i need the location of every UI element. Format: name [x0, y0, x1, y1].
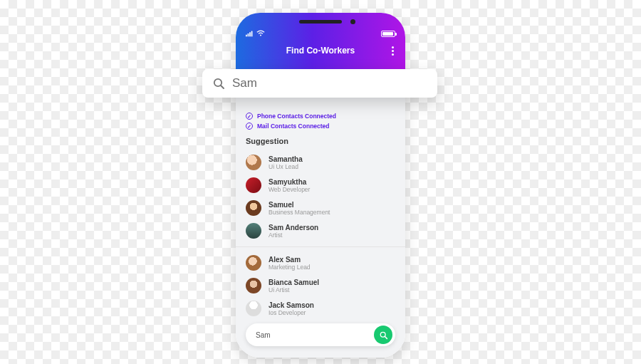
avatar [246, 301, 261, 316]
search-icon [379, 331, 388, 340]
device-notch [299, 20, 342, 24]
contact-role: Web Developer [269, 186, 310, 193]
check-icon [246, 123, 253, 130]
svg-rect-1 [248, 33, 249, 36]
contact-name: Samantha [269, 155, 303, 163]
list-item[interactable]: SamyukthaWeb Developer [246, 174, 395, 197]
check-icon [246, 113, 253, 120]
contact-name: Samuel [269, 201, 330, 209]
section-title: Suggestion [246, 137, 395, 145]
svg-rect-3 [251, 31, 253, 37]
svg-line-8 [221, 85, 224, 88]
avatar [246, 177, 261, 193]
avatar [246, 278, 261, 293]
avatar [246, 200, 261, 216]
bottom-search-value: Sam [256, 331, 271, 339]
contact-name: Bianca Samuel [269, 279, 319, 286]
connected-mail-label: Mail Contacts Connected [257, 123, 330, 130]
list-item[interactable]: Sam AndersonArtist [246, 219, 395, 242]
contact-role: Artist [269, 232, 318, 239]
contact-role: Ui Artist [269, 286, 319, 293]
search-button[interactable] [374, 326, 392, 344]
contact-role: Ui Ux Lead [269, 163, 303, 170]
avatar [246, 223, 261, 239]
avatar [246, 255, 261, 271]
list-item[interactable]: Bianca SamuelUi Artist [246, 274, 395, 297]
list-item[interactable]: SamuelBusiness Management [246, 197, 395, 219]
contact-name: Jack Samson [269, 301, 314, 309]
device-camera-dot [350, 19, 355, 24]
contact-name: Samyuktha [269, 178, 310, 186]
wifi-icon [256, 30, 265, 37]
list-item[interactable]: Alex SamMarketing Lead [246, 251, 395, 274]
battery-icon [381, 31, 395, 37]
contact-name: Sam Anderson [269, 224, 318, 232]
divider [236, 246, 405, 247]
contact-role: Ios Developer [269, 309, 314, 316]
overlay-search-bar[interactable]: Sam [202, 69, 437, 98]
content-area: Phone Contacts Connected Mail Contacts C… [236, 70, 405, 358]
list-item[interactable]: Jack SamsonIos Developer [246, 297, 395, 320]
signal-icon [246, 30, 254, 37]
svg-point-4 [260, 35, 261, 36]
mail-contacts-connected[interactable]: Mail Contacts Connected [246, 123, 395, 130]
list-item[interactable]: SamanthaUi Ux Lead [246, 151, 395, 174]
phone-frame: Find Co-Workers Phone Contacts Connected… [236, 13, 405, 358]
svg-line-6 [385, 336, 387, 338]
search-icon [212, 77, 225, 90]
overlay-search-query: Sam [232, 76, 257, 90]
phone-contacts-connected[interactable]: Phone Contacts Connected [246, 113, 395, 120]
avatar [246, 155, 261, 170]
status-bar [246, 28, 395, 38]
contact-name: Alex Sam [269, 256, 311, 264]
contact-role: Business Management [269, 209, 330, 216]
svg-rect-2 [249, 32, 251, 36]
svg-rect-0 [246, 35, 247, 37]
bottom-search-bar[interactable]: Sam [246, 323, 395, 346]
connected-phone-label: Phone Contacts Connected [257, 113, 336, 120]
page-title: Find Co-Workers [286, 46, 355, 56]
more-icon[interactable] [392, 46, 394, 56]
contact-role: Marketing Lead [269, 264, 311, 271]
